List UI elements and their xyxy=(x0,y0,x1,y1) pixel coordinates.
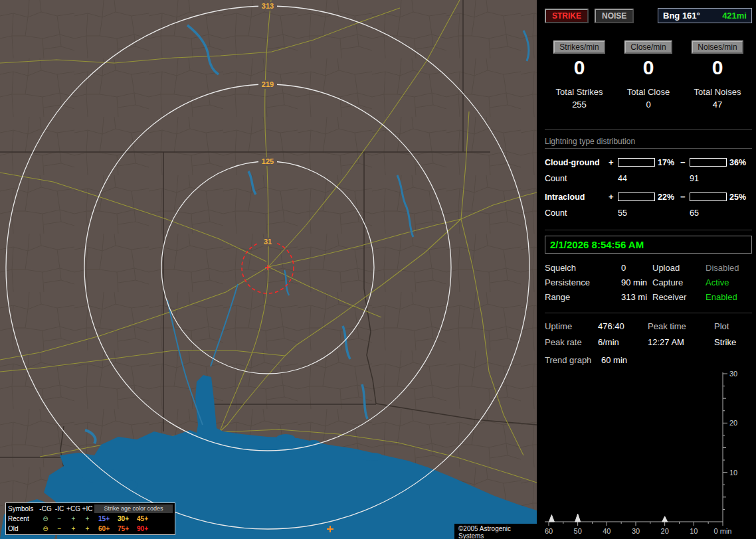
capture-status: Active xyxy=(706,277,752,287)
mode-toolbar: STRIKE NOISE Bng 161° 421mi xyxy=(545,8,752,23)
legend-symbols-label: Symbols xyxy=(8,504,39,514)
bearing-box: Bng 161° 421mi xyxy=(658,8,752,23)
x-tick-label: 60 xyxy=(545,527,553,535)
ic-positive-bar xyxy=(618,193,655,201)
strike-button[interactable]: STRIKE xyxy=(545,9,589,23)
age-code-45: 45+ xyxy=(133,514,152,524)
map-legend: Symbols -CG -IC +CG +IC Strike age color… xyxy=(5,502,175,535)
trend-window-value: 60 min xyxy=(601,355,627,365)
plot-value: Strike xyxy=(714,337,752,347)
ic-positive-count: 55 xyxy=(618,208,680,218)
x-tick-label: 20 xyxy=(661,527,669,535)
capture-label: Capture xyxy=(652,277,706,287)
cloud-ground-row: Cloud-ground + 17% − 36% xyxy=(545,157,752,167)
cg-negative-pct: 36% xyxy=(727,158,752,167)
plus-sign: + xyxy=(609,192,618,202)
legend-old-row: Old ⊖ − + + 60+ 75+ 90+ xyxy=(8,524,173,534)
legend-col-neg-cg: -CG xyxy=(39,504,52,514)
counters-section: Strikes/min 0 Total Strikes 255 Close/mi… xyxy=(545,40,752,110)
legend-header-row: Symbols -CG -IC +CG +IC Strike age color… xyxy=(8,504,173,514)
trend-chart-svg: 3020106050403020100 min xyxy=(545,369,752,536)
age-code-90: 90+ xyxy=(133,524,152,534)
legend-col-pos-ic: +IC xyxy=(80,504,94,514)
session-section: Uptime 476:40 Peak time Plot Peak rate 6… xyxy=(545,321,752,347)
trend-spike xyxy=(549,515,554,522)
pos-ic-recent-icon: + xyxy=(80,514,94,524)
total-noises-label: Total Noises xyxy=(683,87,752,97)
trend-spike xyxy=(662,516,668,522)
strikes-per-min-button[interactable]: Strikes/min xyxy=(553,40,605,54)
separator xyxy=(545,129,752,130)
total-close-label: Total Close xyxy=(614,87,683,97)
age-code-60: 60+ xyxy=(94,524,114,534)
trend-graph-row: Trend graph 60 min xyxy=(545,355,752,365)
squelch-value: 0 xyxy=(621,263,652,273)
x-tick-label: 0 min xyxy=(714,527,732,535)
neg-cg-recent-icon: ⊖ xyxy=(39,514,52,524)
datetime-display: 2/1/2026 8:54:56 AM xyxy=(545,236,752,254)
legend-age-header: Strike age color codes xyxy=(94,504,173,513)
close-counter: Close/min 0 Total Close 0 xyxy=(614,40,683,110)
age-code-75: 75+ xyxy=(114,524,133,534)
legend-recent-label: Recent xyxy=(8,514,39,524)
y-tick-label: 10 xyxy=(729,469,737,477)
bearing-label: Bng 161° xyxy=(663,11,700,21)
strikes-per-min-value: 0 xyxy=(545,56,614,79)
peak-rate-label: Peak rate xyxy=(545,337,598,347)
ic-negative-count: 65 xyxy=(690,208,752,218)
strikes-counter: Strikes/min 0 Total Strikes 255 xyxy=(545,40,614,110)
intracloud-count-row: Count 55 65 xyxy=(545,208,752,218)
age-code-15: 15+ xyxy=(94,514,114,524)
trend-graph-label: Trend graph xyxy=(545,355,601,365)
total-strikes-value: 255 xyxy=(545,100,614,110)
noise-button[interactable]: NOISE xyxy=(595,9,634,23)
intracloud-row: Intracloud + 22% − 25% xyxy=(545,192,752,202)
range-value: 313 mi xyxy=(621,292,652,302)
status-section: Squelch 0 Upload Disabled Persistence 90… xyxy=(545,263,752,302)
distribution-title: Lightning type distribution xyxy=(545,137,752,149)
y-tick-label: 30 xyxy=(729,370,737,378)
neg-cg-old-icon: ⊖ xyxy=(39,524,52,534)
legend-old-label: Old xyxy=(8,524,39,534)
ic-negative-bar xyxy=(690,193,727,201)
x-tick-label: 50 xyxy=(574,527,582,535)
cg-positive-count: 44 xyxy=(618,174,680,183)
receiver-label: Receiver xyxy=(652,292,706,302)
plus-sign: + xyxy=(609,157,618,167)
close-per-min-value: 0 xyxy=(614,56,683,79)
upload-status: Disabled xyxy=(706,263,752,273)
separator xyxy=(545,230,752,230)
persistence-value: 90 min xyxy=(621,277,652,287)
minus-sign: − xyxy=(680,157,690,167)
ring-label-31: 31 xyxy=(264,238,272,246)
noises-per-min-button[interactable]: Noises/min xyxy=(692,40,743,54)
cg-positive-bar xyxy=(618,158,655,167)
trend-spike xyxy=(575,514,581,522)
peak-time-value: 12:27 AM xyxy=(648,337,714,347)
cg-positive-pct: 17% xyxy=(655,158,680,167)
legend-col-neg-ic: -IC xyxy=(52,504,66,514)
receiver-status: Enabled xyxy=(706,292,752,302)
lightning-map[interactable]: 313 219 125 31 Symbols -CG -IC +CG +IC S… xyxy=(0,0,537,539)
upload-label: Upload xyxy=(652,263,706,273)
squelch-label: Squelch xyxy=(545,263,621,273)
pos-ic-old-icon: + xyxy=(80,524,94,534)
ic-positive-pct: 22% xyxy=(655,193,680,202)
age-code-30: 30+ xyxy=(114,514,133,524)
close-per-min-button[interactable]: Close/min xyxy=(624,40,672,54)
neg-ic-old-icon: − xyxy=(52,524,66,534)
cloud-ground-count-row: Count 44 91 xyxy=(545,174,752,183)
uptime-value: 476:40 xyxy=(598,321,648,331)
cloud-ground-label: Cloud-ground xyxy=(545,158,609,167)
sidebar: STRIKE NOISE Bng 161° 421mi Strikes/min … xyxy=(539,0,756,539)
total-noises-value: 47 xyxy=(683,100,752,110)
noises-per-min-value: 0 xyxy=(683,56,752,79)
persistence-label: Persistence xyxy=(545,277,621,287)
ring-label-313: 313 xyxy=(262,2,274,10)
range-label: Range xyxy=(545,292,621,302)
noises-counter: Noises/min 0 Total Noises 47 xyxy=(683,40,752,110)
pos-cg-recent-icon: + xyxy=(66,514,80,524)
intracloud-label: Intracloud xyxy=(545,193,609,202)
x-tick-label: 10 xyxy=(690,527,698,535)
copyright-label: ©2005 Astrogenic Systems xyxy=(454,524,537,539)
